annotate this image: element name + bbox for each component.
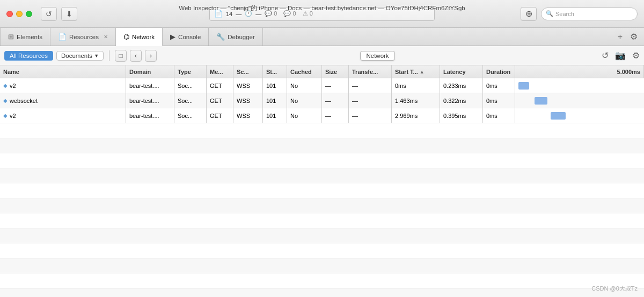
empty-row xyxy=(0,153,644,168)
timeline-bar xyxy=(535,97,547,105)
add-tab-button[interactable]: + xyxy=(616,31,625,43)
traffic-lights xyxy=(6,11,32,17)
tab-console[interactable]: ▶ Console xyxy=(163,28,209,46)
download-button[interactable]: ⬇ xyxy=(61,7,77,21)
table-row[interactable]: ◆websocketbear-test....Soc...GETWSS101No… xyxy=(0,93,644,108)
timeline-cell xyxy=(515,93,644,108)
tab-elements-label: Elements xyxy=(17,34,42,40)
window-title: 📄 14 — 🕐 — 💬 0 💬 0 ⚠ 0 xyxy=(209,7,435,21)
table-body: ◆v2bear-test....Soc...GETWSS101No——0ms0.… xyxy=(0,78,644,297)
col-header-scheme[interactable]: Sc... xyxy=(233,65,263,78)
tabs-bar: ⊞ Elements 📄 Resources ✕ ⌬ Network ▶ Con… xyxy=(0,28,644,46)
network-badge-label: Network xyxy=(366,53,389,59)
empty-row xyxy=(0,198,644,213)
col-header-method[interactable]: Me... xyxy=(207,65,233,78)
col-header-timeline[interactable]: 5.000ms xyxy=(515,65,644,78)
chevron-down-icon: ▼ xyxy=(94,53,99,58)
col-header-status[interactable]: St... xyxy=(263,65,287,78)
empty-row xyxy=(0,183,644,198)
timeline-cell xyxy=(515,108,644,123)
row-expand-icon: ◆ xyxy=(3,98,8,103)
col-header-type[interactable]: Type xyxy=(174,65,207,78)
close-button[interactable] xyxy=(6,11,13,17)
globe-button[interactable]: ⊕ xyxy=(521,7,537,21)
col-header-start[interactable]: Start T... ▲ xyxy=(392,65,440,78)
message-icon: 💬 0 xyxy=(265,10,277,17)
network-icon: ⌬ xyxy=(123,33,129,41)
url-bar-separator: — xyxy=(236,11,241,17)
row-expand-icon: ◆ xyxy=(3,83,8,88)
col-header-name[interactable]: Name xyxy=(0,65,126,78)
reload-button[interactable]: ↺ xyxy=(41,7,57,21)
tab-network-label: Network xyxy=(132,34,155,40)
watermark: CSDN @0大叔Tz xyxy=(591,285,638,293)
empty-row xyxy=(0,213,644,228)
tab-resources-label: Resources xyxy=(69,34,99,40)
empty-row xyxy=(0,168,644,183)
empty-row xyxy=(0,123,644,138)
url-bar-separator2: — xyxy=(255,11,261,17)
tab-console-label: Console xyxy=(178,34,201,40)
sidebar-toggle-button[interactable]: □ xyxy=(115,50,127,62)
timeline-cell xyxy=(515,78,644,93)
resources-close-icon[interactable]: ✕ xyxy=(104,34,108,40)
table-row[interactable]: ◆v2bear-test....Soc...GETWSS101No——2.969… xyxy=(0,108,644,123)
timeline-bar xyxy=(518,82,529,90)
main-content: All Resources Documents ▼ □ ‹ › Network … xyxy=(0,46,644,297)
tabs-right: + ⚙ xyxy=(616,28,644,46)
url-bar[interactable]: 📄 14 — 🕐 — 💬 0 💬 0 ⚠ 0 xyxy=(209,7,435,21)
empty-row xyxy=(0,243,644,258)
table-row[interactable]: ◆v2bear-test....Soc...GETWSS101No——0ms0.… xyxy=(0,78,644,93)
tab-resources[interactable]: 📄 Resources ✕ xyxy=(50,28,116,46)
documents-label: Documents xyxy=(61,53,92,59)
forward-button[interactable]: › xyxy=(145,50,157,62)
title-bar-right: ⊕ 🔍 Search xyxy=(521,7,638,21)
col-header-size[interactable]: Size xyxy=(322,65,349,78)
tab-network[interactable]: ⌬ Network xyxy=(116,28,163,46)
message-icon2: 💬 0 xyxy=(283,10,296,17)
col-header-duration[interactable]: Duration xyxy=(483,65,515,78)
refresh-icon[interactable]: ↺ xyxy=(602,50,609,61)
tab-debugger[interactable]: 🔧 Debugger xyxy=(209,28,263,46)
sort-arrow-icon: ▲ xyxy=(420,69,425,75)
timeline-bar xyxy=(551,112,566,120)
col-header-domain[interactable]: Domain xyxy=(126,65,174,78)
all-resources-button[interactable]: All Resources xyxy=(4,51,53,61)
toolbar-separator xyxy=(109,50,109,61)
network-badge: Network xyxy=(360,51,394,61)
tab-debugger-label: Debugger xyxy=(228,34,255,40)
debugger-icon: 🔧 xyxy=(216,33,225,41)
elements-icon: ⊞ xyxy=(8,33,14,41)
tab-elements[interactable]: ⊞ Elements xyxy=(0,28,50,46)
maximize-button[interactable] xyxy=(26,11,32,17)
empty-row xyxy=(0,273,644,288)
title-bar-left: ↺ ⬇ xyxy=(6,7,77,21)
camera-icon[interactable]: 📷 xyxy=(615,50,626,61)
search-placeholder: Search xyxy=(555,11,574,17)
col-header-cached[interactable]: Cached xyxy=(287,65,322,78)
minimize-button[interactable] xyxy=(16,11,23,17)
clock-icon: 🕐 xyxy=(245,10,252,17)
warning-icon: ⚠ 0 xyxy=(303,10,313,17)
table-header: Name Domain Type Me... Sc... St... Cache… xyxy=(0,65,644,78)
search-icon: 🔍 xyxy=(546,10,553,17)
console-icon: ▶ xyxy=(170,33,175,41)
title-bar: ↺ ⬇ 📄 14 — 🕐 — 💬 0 💬 0 ⚠ 0 Web Inspector… xyxy=(0,0,644,28)
empty-row xyxy=(0,228,644,243)
table-container: Name Domain Type Me... Sc... St... Cache… xyxy=(0,65,644,297)
toolbar: All Resources Documents ▼ □ ‹ › Network … xyxy=(0,46,644,65)
document-icon: 📄 xyxy=(214,10,223,18)
search-bar[interactable]: 🔍 Search xyxy=(541,8,638,20)
empty-row xyxy=(0,288,644,297)
back-button[interactable]: ‹ xyxy=(130,50,142,62)
settings-icon[interactable]: ⚙ xyxy=(628,31,640,43)
resources-icon: 📄 xyxy=(58,33,67,41)
documents-dropdown[interactable]: Documents ▼ xyxy=(56,51,104,61)
filter-icon[interactable]: ⚙ xyxy=(632,50,640,61)
empty-row xyxy=(0,138,644,153)
empty-row xyxy=(0,258,644,273)
url-count: 14 xyxy=(226,11,232,17)
row-expand-icon: ◆ xyxy=(3,113,8,118)
col-header-transfer[interactable]: Transfe... xyxy=(349,65,392,78)
col-header-latency[interactable]: Latency xyxy=(440,65,483,78)
